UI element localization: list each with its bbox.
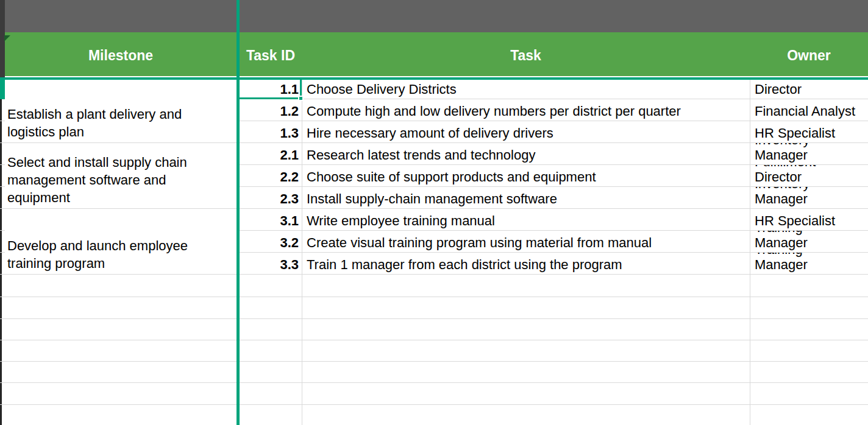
row-header-stub[interactable] (0, 99, 5, 121)
cell-task[interactable]: Compute high and low delivery numbers pe… (302, 99, 750, 121)
cell-task-id[interactable]: 3.1 (237, 209, 302, 231)
cell-owner[interactable]: Training Manager (750, 231, 868, 253)
frozen-column-divider[interactable] (237, 0, 240, 425)
cell-task[interactable]: Hire necessary amount of delivery driver… (302, 121, 750, 143)
empty-row (0, 297, 868, 319)
row-header-stub[interactable] (0, 143, 5, 165)
corner-marker-triangle-icon (4, 35, 10, 41)
clipped-top-rows-band (0, 0, 868, 32)
empty-cell[interactable] (302, 340, 750, 362)
empty-cell[interactable] (750, 275, 868, 297)
empty-cell[interactable] (5, 297, 237, 319)
empty-row (0, 405, 868, 425)
cell-task[interactable]: Install supply-chain management software (302, 187, 750, 209)
row-header-stub[interactable] (0, 209, 5, 231)
empty-cell[interactable] (302, 275, 750, 297)
empty-cell[interactable] (750, 340, 868, 362)
empty-cell[interactable] (5, 383, 237, 405)
empty-cell[interactable] (302, 297, 750, 319)
cell-owner[interactable]: Financial Analyst (750, 99, 868, 121)
cell-task-id[interactable]: 3.3 (237, 253, 302, 275)
cell-owner[interactable]: Inventory Manager (750, 187, 868, 209)
empty-cell[interactable] (237, 319, 302, 340)
empty-cell[interactable] (302, 383, 750, 405)
row-header-stub[interactable] (0, 340, 5, 362)
empty-cell[interactable] (302, 319, 750, 340)
empty-cell[interactable] (237, 275, 302, 297)
empty-cell[interactable] (237, 340, 302, 362)
empty-row (0, 362, 868, 383)
row-header-stub[interactable] (0, 297, 5, 319)
cell-owner[interactable]: Fulfillment Director (750, 165, 868, 187)
row-header-stub[interactable] (0, 275, 5, 297)
cell-task[interactable]: Choose suite of support products and equ… (302, 165, 750, 187)
selected-row-header-highlight (0, 77, 5, 99)
cell-task[interactable]: Train 1 manager from each district using… (302, 253, 750, 275)
row-header-stub[interactable] (0, 362, 5, 383)
empty-cell[interactable] (750, 383, 868, 405)
empty-row (0, 383, 868, 405)
row-header-stub[interactable] (0, 121, 5, 143)
column-header-task-id[interactable]: Task ID (240, 32, 302, 76)
row-header-stub[interactable] (0, 383, 5, 405)
empty-cell[interactable] (237, 405, 302, 425)
empty-row (0, 319, 868, 340)
spreadsheet-canvas: Milestone Task ID Task Owner 1.1 Choose … (0, 0, 868, 425)
empty-cell[interactable] (5, 319, 237, 340)
row-header-stub[interactable] (0, 187, 5, 209)
cell-task-id[interactable]: 1.3 (237, 121, 302, 143)
cell-milestone-group[interactable]: Select and install supply chain manageme… (5, 143, 237, 209)
cell-task-id[interactable]: 2.1 (237, 143, 302, 165)
empty-cell[interactable] (750, 319, 868, 340)
cell-task-id[interactable]: 3.2 (237, 231, 302, 253)
empty-cell[interactable] (237, 362, 302, 383)
column-header-milestone[interactable]: Milestone (5, 32, 237, 76)
empty-cell[interactable] (302, 362, 750, 383)
column-header-task[interactable]: Task (302, 32, 750, 76)
empty-cell[interactable] (750, 405, 868, 425)
empty-cell[interactable] (750, 362, 868, 383)
empty-cell[interactable] (5, 340, 237, 362)
cell-task-id[interactable]: 2.3 (237, 187, 302, 209)
cell-owner[interactable]: Inventory Manager (750, 143, 868, 165)
row-header-stub[interactable] (0, 165, 5, 187)
empty-row (0, 340, 868, 362)
cell-task-id[interactable]: 2.2 (237, 165, 302, 187)
empty-cell[interactable] (5, 275, 237, 297)
cell-task-id[interactable]: 1.2 (237, 99, 302, 121)
row-header-stub[interactable] (0, 253, 5, 275)
empty-cell[interactable] (237, 297, 302, 319)
empty-cell[interactable] (302, 405, 750, 425)
fill-handle[interactable] (298, 96, 304, 101)
cell-owner[interactable]: Fulfillment Director (750, 77, 868, 99)
empty-row (0, 275, 868, 297)
cell-owner[interactable]: Training Manager (750, 253, 868, 275)
cell-task[interactable]: Research latest trends and technology (302, 143, 750, 165)
frozen-row-divider[interactable] (0, 77, 868, 80)
table-header-row: Milestone Task ID Task Owner (5, 32, 868, 76)
empty-cell[interactable] (237, 383, 302, 405)
cell-task[interactable]: Choose Delivery Districts (302, 77, 750, 99)
empty-cell[interactable] (750, 297, 868, 319)
active-cell-selection-border (237, 77, 302, 99)
cell-owner[interactable]: HR Specialist (750, 121, 868, 143)
row-header-stub[interactable] (0, 319, 5, 340)
empty-cell[interactable] (5, 405, 237, 425)
empty-cell[interactable] (5, 362, 237, 383)
cell-task[interactable]: Write employee training manual (302, 209, 750, 231)
cell-milestone-group[interactable]: Develop and launch employee training pro… (5, 209, 237, 275)
column-header-owner[interactable]: Owner (750, 32, 868, 76)
cell-owner[interactable]: HR Specialist (750, 209, 868, 231)
cell-task[interactable]: Create visual training program using mat… (302, 231, 750, 253)
row-header-stub[interactable] (0, 405, 5, 425)
cell-milestone-group[interactable]: Establish a plant delivery and logistics… (5, 77, 237, 143)
row-header-stub[interactable] (0, 231, 5, 253)
